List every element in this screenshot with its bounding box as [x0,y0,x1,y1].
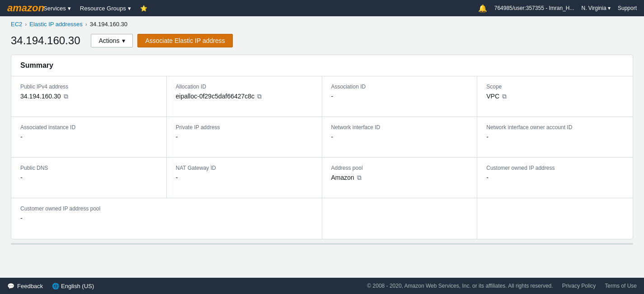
label-network-interface-id: Network interface ID [331,124,468,131]
label-address-pool: Address pool [331,165,468,171]
cell-nat-gateway-id: NAT Gateway ID - [167,158,322,198]
summary-card: Summary Public IPv4 address 34.194.160.3… [11,55,633,239]
label-association-id: Association ID [331,84,468,90]
value-association-id: - [331,93,334,100]
value-public-dns: - [20,174,23,181]
cell-association-id: Association ID - [322,76,478,117]
copy-scope-icon[interactable]: ⧉ [502,93,507,100]
user-menu[interactable]: 764985/user:357355 - Imran_H... [494,5,574,11]
cell-network-interface-id: Network interface ID - [322,117,478,158]
label-public-dns: Public DNS [20,165,157,171]
associate-elastic-ip-button[interactable]: Associate Elastic IP address [137,34,232,47]
breadcrumb: EC2 › Elastic IP addresses › 34.194.160.… [0,16,644,30]
copy-address-pool-icon[interactable]: ⧉ [357,174,362,182]
cell-allocation-id: Allocation ID eipalloc-0f29c5daf66427c8c… [167,76,322,117]
empty-cell-1 [167,198,322,239]
label-customer-owned-ip: Customer owned IP address [486,165,624,171]
empty-cell-3 [477,198,633,239]
main-content: EC2 › Elastic IP addresses › 34.194.160.… [0,16,644,272]
label-public-ipv4: Public IPv4 address [20,84,157,90]
value-allocation-id: eipalloc-0f29c5daf66427c8c [176,93,254,100]
value-customer-owned-ip: - [486,174,489,181]
summary-title: Summary [11,55,633,76]
label-customer-owned-ip-pool: Customer owned IP address pool [20,205,158,212]
region-menu[interactable]: N. Virginia ▾ [581,5,610,11]
cell-address-pool: Address pool Amazon ⧉ [322,158,478,198]
empty-cell-2 [322,198,478,239]
breadcrumb-sep-2: › [85,21,87,28]
resource-groups-menu[interactable]: Resource Groups ▾ [80,5,131,12]
value-network-interface-id: - [331,133,334,140]
label-private-ip: Private IP address [176,124,313,131]
services-menu[interactable]: Services ▾ [43,5,71,12]
label-network-interface-owner: Network interface owner account ID [486,124,624,131]
bell-icon[interactable]: 🔔 [478,4,487,13]
support-menu[interactable]: Support [618,5,637,11]
label-allocation-id: Allocation ID [176,84,313,90]
cell-network-interface-owner: Network interface owner account ID - [477,117,633,158]
actions-button[interactable]: Actions ▾ [91,34,133,47]
value-address-pool: Amazon [331,174,354,181]
cell-public-dns: Public DNS - [11,158,167,198]
horizontal-scrollbar[interactable] [11,243,633,245]
value-nat-gateway-id: - [176,174,178,181]
value-private-ip: - [176,133,178,140]
breadcrumb-ec2[interactable]: EC2 [11,21,22,28]
cell-customer-owned-ip-pool: Customer owned IP address pool - [11,198,167,239]
copy-public-ipv4-icon[interactable]: ⧉ [64,93,68,100]
value-network-interface-owner: - [486,133,489,140]
cell-public-ipv4: Public IPv4 address 34.194.160.30 ⧉ [11,76,167,117]
cell-customer-owned-ip: Customer owned IP address - [477,158,633,198]
label-associated-instance-id: Associated instance ID [20,124,157,131]
header-actions: Actions ▾ Associate Elastic IP address [91,34,232,47]
cell-private-ip: Private IP address - [167,117,322,158]
copy-allocation-id-icon[interactable]: ⧉ [257,93,262,100]
cell-scope: Scope VPC ⧉ [477,76,633,117]
favorites-icon[interactable]: ⭐ [140,5,147,12]
label-scope: Scope [486,84,624,90]
chevron-down-icon: ▾ [122,37,125,44]
value-scope: VPC [486,93,499,100]
label-nat-gateway-id: NAT Gateway ID [176,165,313,171]
summary-grid: Public IPv4 address 34.194.160.30 ⧉ Allo… [11,76,633,239]
breadcrumb-sep-1: › [25,21,27,28]
value-associated-instance-id: - [20,133,23,140]
breadcrumb-current: 34.194.160.30 [90,21,127,28]
amazon-logo[interactable]: amazon [7,2,34,14]
cell-associated-instance-id: Associated instance ID - [11,117,167,158]
value-public-ipv4: 34.194.160.30 [20,93,61,100]
breadcrumb-elastic-ips[interactable]: Elastic IP addresses [29,21,83,28]
nav-right-section: 🔔 764985/user:357355 - Imran_H... N. Vir… [478,4,637,13]
value-customer-owned-ip-pool: - [20,215,23,222]
top-navigation: amazon Services ▾ Resource Groups ▾ ⭐ 🔔 … [0,0,644,16]
page-title: 34.194.160.30 [11,34,80,47]
page-header: 34.194.160.30 Actions ▾ Associate Elasti… [0,30,644,55]
